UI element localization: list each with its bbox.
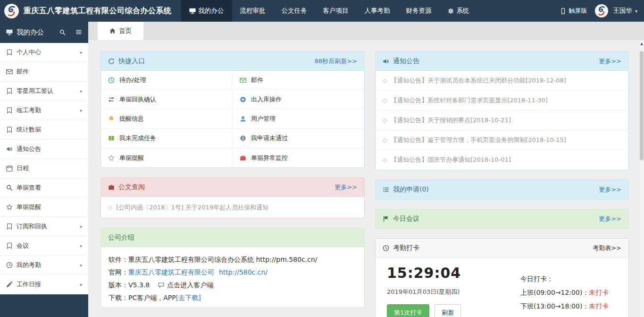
refresh-button[interactable]: 刷新 — [435, 304, 461, 317]
sidebar-item-meetings[interactable]: 会议 ▾ — [0, 236, 88, 256]
quick-entry-title: 快捷入口 — [118, 57, 145, 66]
attendance-panel: 考勤打卡 考勤表>> 15:29:04 2019年01月03日(星期四) 第1次… — [375, 238, 629, 317]
sidebar-item-casual-labor-sign[interactable]: 零星用工签认 ▾ — [0, 82, 88, 101]
quick-entry-item-rejected-applications[interactable]: 我申请未通过 — [233, 129, 364, 148]
sidebar-item-personal-center[interactable]: 个人中心 ▾ — [0, 43, 88, 62]
app-title: 重庆五八零建筑工程有限公司综合办公系统 — [24, 6, 172, 16]
version-text: V5.3.8 — [128, 279, 150, 292]
enter-client-link[interactable]: 点击进入客户端 — [167, 279, 213, 292]
tab-bar: 首页 — [88, 22, 644, 40]
menu-bars-icon[interactable] — [75, 29, 82, 35]
attendance-body: 15:29:04 2019年01月03日(星期四) 第1次打卡 刷新 今日打卡： — [376, 258, 628, 317]
sidebar-item-notices[interactable]: 通知公告 — [0, 140, 88, 159]
company-website-line: 官网： 重庆五八零建筑工程有限公司 http://580c.cn/ — [109, 266, 357, 279]
quick-entry-item-warehouse-ops[interactable]: 出入库操作 — [233, 90, 364, 109]
right-column: 通知公告 更多>> ◇ 【通知公告】关于测试员在本系统已关闭部分功能[2018-… — [375, 51, 629, 317]
quick-entry-label: 邮件 — [251, 76, 263, 84]
chevron-down-icon: ▾ — [80, 243, 82, 249]
notice-item[interactable]: ◇ 【通知公告】国庆节办事通知[2018-10-01] — [376, 150, 628, 170]
main-area: 首页 快捷入口 88秒后刷新>> — [88, 22, 644, 317]
sidebar-item-label: 个人中心 — [17, 48, 80, 57]
sidebar-item-work-daily[interactable]: 工作日报 ▾ — [0, 275, 88, 294]
sidebar-item-my-attendance[interactable]: 我的考勤 ▾ — [0, 256, 88, 275]
nav-label: 人事考勤 — [365, 7, 390, 15]
calendar-icon — [6, 165, 17, 172]
documents-more-link[interactable]: 更多>> — [335, 183, 357, 192]
sidebar-item-temp-attendance[interactable]: 临工考勤 ▾ — [0, 101, 88, 120]
dashboard-content: 快捷入口 88秒后刷新>> 待办/处理 邮件 — [88, 40, 644, 317]
notice-item[interactable]: ◇ 【通知公告】鉴于管理方便，手机页面业务的限制[2018-10-15] — [376, 130, 628, 150]
download-link[interactable]: [去下载] — [176, 292, 201, 304]
quick-entry-item-receipt-confirm[interactable]: 单据回执确认 — [101, 90, 233, 109]
company-version-line: 版本： V5.3.8 点击进入客户端 — [109, 279, 357, 292]
sidebar-item-label: 工作日报 — [17, 280, 80, 289]
shift1-status: 未打卡 — [589, 289, 609, 296]
tab-home[interactable]: 首页 — [98, 22, 143, 40]
notices-more-link[interactable]: 更多>> — [599, 57, 621, 66]
nav-process-approval[interactable]: 流程审批 — [232, 0, 274, 22]
scrollbar-thumb[interactable] — [640, 51, 644, 160]
quick-entry-label: 用户管理 — [251, 115, 276, 123]
quick-entry-item-document-monitor[interactable]: 单据异常监控 — [233, 148, 364, 167]
exchange-icon — [108, 96, 115, 103]
punch-button[interactable]: 第1次打卡 — [387, 304, 429, 317]
sidebar-item-document-view[interactable]: 单据查看 — [0, 178, 88, 198]
user-avatar[interactable] — [594, 4, 609, 18]
sidebar-item-schedule[interactable]: 日程 — [0, 159, 88, 178]
today-punch-label: 今日打卡： — [520, 275, 609, 284]
quick-entry-item-user-management[interactable]: 用户管理 — [233, 109, 364, 129]
notice-text: 【通知公告】系统针对各部门需求页面显示[2018-11-30] — [391, 96, 548, 105]
document-item[interactable]: ◇ [公司内函〔2018〕1号] 关于2019年起人员社保和通知 — [101, 197, 364, 218]
quick-entry-item-todo[interactable]: 待办/处理 — [101, 71, 233, 90]
chevron-down-icon: ▾ — [80, 263, 82, 268]
quick-entry-label: 出入库操作 — [251, 95, 282, 104]
chevron-down-icon: ▾ — [80, 224, 82, 229]
download-label: 下载： — [109, 292, 128, 304]
sidebar-item-label: 统计数据 — [17, 125, 82, 134]
sidebar-item-statistics[interactable]: 统计数据 — [0, 120, 88, 140]
sidebar-item-label: 我的考勤 — [17, 261, 80, 269]
nav-my-office[interactable]: 我的办公 — [181, 0, 232, 22]
notice-item[interactable]: ◇ 【通知公告】系统针对各部门需求页面显示[2018-11-30] — [376, 91, 628, 110]
notice-item[interactable]: ◇ 【通知公告】关于报销的要点[2018-10-21] — [376, 110, 628, 130]
nav-hr-attendance[interactable]: 人事考勤 — [357, 0, 398, 22]
website-name-link[interactable]: 重庆五八零建筑工程有限公司 — [128, 266, 214, 279]
sidebar-item-label: 通知公告 — [17, 145, 82, 153]
diamond-icon: ◇ — [383, 157, 387, 163]
my-applications-more-link[interactable]: 更多>> — [599, 185, 621, 194]
nav-finance-resources[interactable]: 财务资源 — [398, 0, 440, 22]
quick-entry-item-document-reminder[interactable]: 单据提醒 — [101, 148, 233, 167]
nav-label: 公文任务 — [282, 7, 307, 15]
scroll-up-arrow[interactable]: ▲ — [639, 41, 644, 47]
quick-entry-item-reminder-info[interactable]: 提醒信息 — [101, 109, 233, 129]
user-menu[interactable]: 王国华 ▾ — [609, 7, 644, 15]
my-applications-title: 我的申请(0) — [393, 185, 429, 194]
sidebar-item-document-reminder[interactable]: 单据提醒 — [0, 198, 88, 217]
today-meetings-more-link[interactable]: 更多>> — [599, 215, 621, 223]
shift2-row: 下班(13:00→18:00)：未打卡 — [520, 302, 609, 311]
my-applications-header: 我的申请(0) 更多>> — [376, 180, 628, 199]
nav-system[interactable]: 系统 — [440, 0, 477, 22]
sidebar-item-subscription-receipt[interactable]: 订阅和回执 ▾ — [0, 217, 88, 236]
app-root: 重庆五八零建筑工程有限公司综合办公系统 我的办公 流程审批 公文任务 客户项目 … — [0, 0, 644, 317]
book-icon — [108, 135, 115, 142]
sidebar-item-label: 临工考勤 — [17, 106, 80, 115]
search-icon[interactable] — [59, 29, 66, 35]
star-icon — [6, 204, 17, 210]
notice-text: 【通知公告】国庆节办事通知[2018-10-01] — [391, 156, 511, 164]
today-meetings-panel: 今日会议 更多>> — [375, 209, 629, 229]
attendance-sheet-link[interactable]: 考勤表>> — [593, 244, 621, 252]
notice-item[interactable]: ◇ 【通知公告】关于测试员在本系统已关闭部分功能[2018-12-08] — [376, 71, 628, 91]
touch-version-link[interactable]: 触屏版 — [552, 7, 594, 15]
documents-header: 公文查阅 更多>> — [101, 178, 364, 197]
refresh-countdown-link[interactable]: 88秒后刷新>> — [315, 57, 357, 66]
sidebar-item-mail[interactable]: 邮件 — [0, 62, 88, 82]
nav-label: 客户项目 — [323, 7, 349, 15]
website-url-link[interactable]: http://580c.cn/ — [219, 266, 268, 279]
quick-entry-grid: 待办/处理 邮件 单据回执确认 — [101, 71, 364, 167]
nav-document-tasks[interactable]: 公文任务 — [274, 0, 315, 22]
nav-customer-projects[interactable]: 客户项目 — [315, 0, 357, 22]
quick-entry-item-mail[interactable]: 邮件 — [233, 71, 364, 90]
chevron-down-icon: ▾ — [635, 8, 637, 14]
quick-entry-item-unfinished-tasks[interactable]: 我未完成任务 — [101, 129, 233, 148]
